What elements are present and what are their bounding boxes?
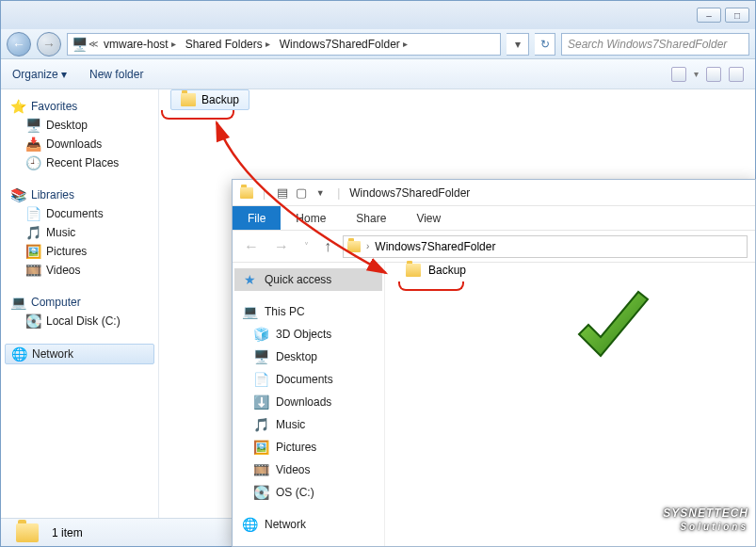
window-title: Windows7SharedFolder [349,186,470,200]
folder-icon [240,187,253,199]
star-icon: ★ [242,272,257,287]
preview-pane-icon[interactable] [706,67,721,82]
sidebar-item-documents[interactable]: 📄Documents [234,368,382,391]
folder-backup[interactable]: Backup [402,262,470,279]
computer-icon: 💻 [242,304,257,319]
view-options-icon[interactable] [671,67,686,82]
breadcrumb-shared[interactable]: Shared Folders▸ [182,38,274,51]
win10-sidebar: ★Quick access 💻This PC 🧊3D Objects 🖥️Des… [233,263,385,546]
sidebar-item-downloads[interactable]: 📥Downloads [5,135,154,153]
network-icon: 🌐 [11,346,26,362]
folder-backup[interactable]: Backup [170,89,249,110]
back-button[interactable]: ← [7,32,31,56]
maximize-button[interactable]: □ [725,8,749,23]
sidebar-libraries-head[interactable]: 📚Libraries [5,185,154,204]
sidebar-item-pictures[interactable]: 🖼️Pictures [234,436,382,459]
history-dropdown[interactable]: ˅ [300,241,313,251]
tab-view[interactable]: View [401,206,456,230]
status-text: 1 item [52,526,83,539]
computer-icon: 💻 [10,295,25,310]
back-button[interactable]: ← [240,238,263,255]
refresh-button[interactable]: ↻ [535,33,555,56]
drive-icon: 💽 [253,485,268,500]
address-bar[interactable]: › Windows7SharedFolder [343,235,748,258]
forward-button[interactable]: → [270,238,293,255]
new-folder-icon[interactable]: ▢ [294,185,309,201]
annotation-bracket [398,282,464,291]
sidebar-item-recent[interactable]: 🕘Recent Places [5,153,154,172]
breadcrumb-windows7[interactable]: Windows7SharedFolder [375,240,495,253]
sidebar-network-head[interactable]: 🌐Network [5,344,154,364]
folder-icon [406,264,421,277]
desktop-icon: 🖥️ [25,118,40,133]
sidebar-favorites-head[interactable]: ⭐Favorites [5,97,154,116]
sidebar-item-music[interactable]: 🎵Music [5,223,154,242]
properties-icon[interactable]: ▤ [275,185,290,201]
breadcrumb-vmware[interactable]: vmware-host▸ [100,38,180,51]
recent-icon: 🕘 [25,155,40,170]
sidebar-quickaccess[interactable]: ★Quick access [234,268,382,291]
star-icon: ⭐ [10,99,25,114]
pictures-icon: 🖼️ [25,244,40,259]
sidebar-item-3dobjects[interactable]: 🧊3D Objects [234,323,382,346]
folder-icon [347,241,361,252]
win7-toolbar: Organize ▾ New folder ▾ [1,59,755,89]
tab-share[interactable]: Share [341,206,401,230]
win7-sidebar: ⭐Favorites 🖥️Desktop 📥Downloads 🕘Recent … [1,89,159,518]
folder-icon [181,93,196,106]
videos-icon: 🎞️ [253,462,268,477]
breadcrumb-windows7[interactable]: Windows7SharedFolder▸ [276,38,411,51]
annotation-bracket [161,110,234,120]
chevron-right-icon[interactable]: ≪ [88,39,98,49]
sidebar-item-pictures[interactable]: 🖼️Pictures [5,242,154,261]
pictures-icon: 🖼️ [253,440,268,455]
tab-file[interactable]: File [233,206,281,230]
view-dropdown-icon[interactable]: ▾ [694,69,699,79]
folder-label: Backup [428,264,466,277]
documents-icon: 📄 [253,372,268,387]
win10-titlebar: | ▤ ▢ ▼ | Windows7SharedFolder [233,180,755,206]
new-folder-button[interactable]: New folder [89,68,143,81]
videos-icon: 🎞️ [25,263,40,278]
organize-button[interactable]: Organize ▾ [12,68,67,81]
sidebar-item-desktop[interactable]: 🖥️Desktop [5,116,154,135]
search-input[interactable]: Search Windows7SharedFolder [561,33,749,56]
win7-navbar: ← → 🖥️ ≪ vmware-host▸ Shared Folders▸ Wi… [1,29,755,59]
win10-ribbon: File Home Share View [233,206,755,231]
minimize-button[interactable]: – [697,8,721,23]
address-dropdown[interactable]: ▾ [507,33,529,56]
music-icon: 🎵 [253,417,268,432]
sidebar-network[interactable]: 🌐Network [234,513,382,536]
win10-explorer-window: | ▤ ▢ ▼ | Windows7SharedFolder File Home… [232,179,756,547]
address-bar[interactable]: 🖥️ ≪ vmware-host▸ Shared Folders▸ Window… [67,33,501,56]
sidebar-item-osc[interactable]: 💽OS (C:) [234,481,382,504]
forward-button[interactable]: → [37,32,61,56]
downloads-icon: 📥 [25,137,40,152]
folder-label: Backup [201,93,239,106]
drive-icon: 💽 [25,314,40,329]
sidebar-item-documents[interactable]: 📄Documents [5,204,154,223]
sidebar-item-localdisk[interactable]: 💽Local Disk (C:) [5,312,154,330]
chevron-right-icon[interactable]: › [366,241,369,251]
downloads-icon: ⬇️ [253,394,268,410]
sidebar-item-downloads[interactable]: ⬇️Downloads [234,391,382,413]
tab-home[interactable]: Home [281,206,341,230]
help-icon[interactable] [729,67,744,82]
up-button[interactable]: ↑ [320,238,335,255]
libraries-icon: 📚 [10,187,25,202]
sidebar-thispc[interactable]: 💻This PC [234,300,382,323]
music-icon: 🎵 [25,225,40,240]
sidebar-item-videos[interactable]: 🎞️Videos [5,261,154,280]
sidebar-computer-head[interactable]: 💻Computer [5,293,154,312]
win10-content[interactable]: Backup [385,263,755,546]
win10-body: ★Quick access 💻This PC 🧊3D Objects 🖥️Des… [233,263,755,546]
quick-access-toolbar: ▤ ▢ ▼ [275,185,328,201]
sidebar-item-music[interactable]: 🎵Music [234,413,382,436]
sidebar-item-videos[interactable]: 🎞️Videos [234,459,382,481]
sidebar-item-desktop[interactable]: 🖥️Desktop [234,346,382,368]
toolbar-view-controls: ▾ [671,67,744,82]
desktop-icon: 🖥️ [253,349,268,364]
qat-dropdown-icon[interactable]: ▼ [313,185,328,201]
folder-icon [16,523,39,542]
win10-navbar: ← → ˅ ↑ › Windows7SharedFolder [233,231,755,263]
